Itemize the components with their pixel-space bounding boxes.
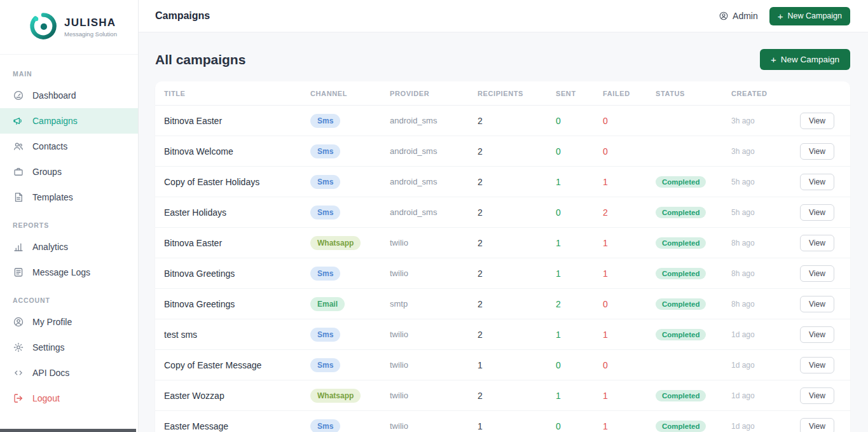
logout-icon	[13, 393, 24, 404]
view-button[interactable]: View	[800, 113, 834, 129]
table-row: Bitnova GreetingsEmailsmtp220Completed8h…	[155, 289, 850, 319]
sidebar-item-templates[interactable]: Templates	[0, 185, 138, 210]
cell-failed: 1	[603, 421, 656, 431]
cell-created: 1d ago	[731, 330, 800, 339]
cell-actions: View	[800, 113, 850, 129]
channel-badge: Sms	[310, 114, 340, 128]
cell-title: Easter Message	[164, 421, 310, 431]
table-row: Easter HolidaysSmsandroid_sms202Complete…	[155, 197, 850, 228]
status-badge: Completed	[656, 207, 706, 218]
sidebar-item-my-profile[interactable]: My Profile	[0, 309, 138, 335]
cell-recipients: 2	[478, 116, 556, 126]
cell-actions: View	[800, 296, 850, 312]
table-header-row: TITLECHANNELPROVIDERRECIPIENTSSENTFAILED…	[155, 81, 850, 106]
table-row: Easter WozzapWhatsapptwilio211Completed1…	[155, 380, 850, 411]
cell-created: 1d ago	[731, 422, 800, 431]
column-header-failed: FAILED	[603, 90, 656, 97]
channel-badge: Sms	[310, 328, 340, 342]
cell-channel: Sms	[310, 144, 390, 158]
table-row: Bitnova GreetingsSmstwilio211Completed8h…	[155, 258, 850, 289]
cell-channel: Whatsapp	[310, 389, 390, 403]
cell-sent: 0	[556, 421, 603, 431]
view-button[interactable]: View	[800, 418, 834, 432]
app-window: JULISHA Messaging Solution MAINDashboard…	[0, 0, 868, 432]
view-button[interactable]: View	[800, 174, 834, 190]
sidebar-item-settings[interactable]: Settings	[0, 335, 138, 360]
sidebar-item-label: Logout	[32, 393, 60, 403]
new-campaign-button-top[interactable]: + New Campaign	[769, 7, 850, 25]
cell-status: Completed	[656, 328, 731, 340]
view-button[interactable]: View	[800, 204, 834, 221]
sidebar-item-message-logs[interactable]: Message Logs	[0, 260, 138, 285]
status-badge: Completed	[656, 390, 706, 401]
section-label-reports: REPORTS	[0, 210, 138, 234]
cell-provider: twilio	[390, 238, 478, 247]
sidebar-item-contacts[interactable]: Contacts	[0, 134, 138, 159]
sidebar-item-api-docs[interactable]: API Docs	[0, 360, 138, 386]
view-button[interactable]: View	[800, 265, 834, 282]
dashboard-icon	[13, 90, 24, 101]
cell-channel: Sms	[310, 114, 390, 128]
sidebar-item-label: Contacts	[32, 141, 67, 151]
cell-sent: 1	[556, 238, 603, 248]
sidebar-item-label: Message Logs	[32, 267, 90, 277]
view-button[interactable]: View	[800, 143, 834, 160]
cell-created: 5h ago	[731, 178, 800, 186]
table-row: Bitnova EasterSmsandroid_sms2003h agoVie…	[155, 106, 850, 136]
status-badge: Completed	[656, 329, 706, 340]
cell-created: 3h ago	[731, 147, 800, 156]
topbar: Campaigns Admin + New Campaign	[139, 0, 868, 32]
main-head: All campaigns + New Campaign	[155, 49, 850, 70]
cell-provider: smtp	[390, 299, 478, 309]
channel-badge: Sms	[310, 358, 340, 372]
sidebar-item-label: My Profile	[32, 317, 72, 327]
cell-failed: 0	[603, 146, 656, 157]
sidebar-item-campaigns[interactable]: Campaigns	[0, 108, 138, 134]
sidebar-item-label: Groups	[32, 167, 62, 177]
view-button[interactable]: View	[800, 296, 834, 312]
cell-title: Bitnova Greetings	[164, 268, 310, 279]
cell-actions: View	[800, 174, 850, 190]
sidebar-item-logout[interactable]: Logout	[0, 386, 138, 411]
new-campaign-button-main[interactable]: + New Campaign	[760, 49, 850, 70]
sidebar-item-analytics[interactable]: Analytics	[0, 234, 138, 260]
code-icon	[13, 367, 24, 379]
status-badge: Completed	[656, 298, 706, 310]
logs-icon	[13, 267, 24, 278]
topbar-right: Admin + New Campaign	[719, 7, 850, 25]
cell-provider: twilio	[390, 391, 478, 400]
cell-sent: 0	[556, 146, 603, 157]
cell-sent: 0	[556, 360, 603, 370]
cell-channel: Email	[310, 297, 390, 311]
cell-sent: 1	[556, 330, 603, 340]
channel-badge: Sms	[310, 419, 340, 432]
sidebar-item-label: API Docs	[32, 368, 69, 378]
view-button[interactable]: View	[800, 387, 834, 404]
cell-recipients: 1	[478, 421, 556, 431]
cell-provider: twilio	[390, 330, 478, 339]
sidebar-item-groups[interactable]: Groups	[0, 159, 138, 185]
cell-channel: Whatsapp	[310, 236, 390, 250]
cell-failed: 0	[603, 360, 656, 370]
cell-recipients: 2	[478, 391, 556, 401]
cell-sent: 1	[556, 177, 603, 187]
cell-provider: android_sms	[390, 116, 478, 125]
horizontal-scrollbar[interactable]	[0, 429, 136, 432]
view-button[interactable]: View	[800, 235, 834, 251]
admin-user-chip[interactable]: Admin	[719, 11, 758, 21]
cell-provider: twilio	[390, 268, 478, 278]
sidebar-item-dashboard[interactable]: Dashboard	[0, 83, 138, 108]
cell-title: Bitnova Easter	[164, 238, 310, 248]
swirl-logo	[28, 11, 59, 44]
view-button[interactable]: View	[800, 357, 834, 373]
cell-provider: android_sms	[390, 207, 478, 217]
contacts-icon	[13, 141, 24, 152]
cell-status: Completed	[656, 298, 731, 310]
cell-failed: 1	[603, 391, 656, 401]
bar-chart-icon	[13, 241, 24, 253]
cell-status: Completed	[656, 237, 731, 249]
cell-actions: View	[800, 387, 850, 404]
table-row: test smsSmstwilio211Completed1d agoView	[155, 319, 850, 350]
view-button[interactable]: View	[800, 326, 834, 343]
status-badge: Completed	[656, 176, 706, 188]
